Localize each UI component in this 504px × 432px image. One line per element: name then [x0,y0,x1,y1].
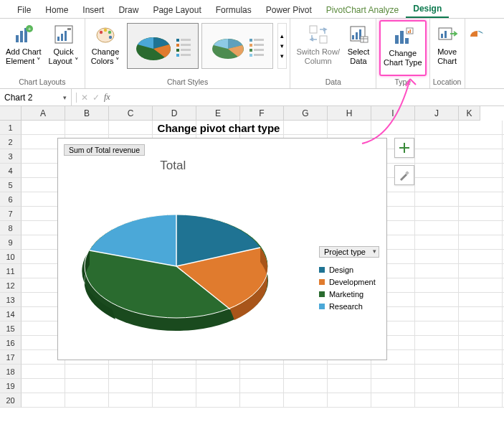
col-header[interactable]: B [65,106,109,121]
row-header[interactable]: 16 [0,336,22,350]
chart-elements-button[interactable] [394,138,414,158]
add-chart-element-button[interactable]: + Add Chart Element ˅ [3,20,44,76]
svg-rect-34 [320,36,327,43]
tab-file[interactable]: File [10,2,38,18]
tab-draw[interactable]: Draw [111,2,146,18]
page-title: Change pivot chart type [65,122,373,134]
legend-item: Research [319,302,379,311]
col-header[interactable]: A [22,106,65,121]
row-header[interactable]: 4 [0,164,22,178]
cancel-formula-icon[interactable]: ✕ [81,93,88,103]
move-chart-button[interactable]: Move Chart [433,20,462,76]
svg-rect-30 [254,44,264,46]
row-header[interactable]: 8 [0,221,22,235]
row-header[interactable]: 2 [0,135,22,149]
svg-rect-44 [405,38,409,44]
svg-rect-31 [254,49,264,51]
svg-rect-21 [181,44,191,46]
row-header[interactable]: 19 [0,379,22,393]
chart-field-badge[interactable]: Sum of Total revenue [64,144,145,156]
svg-rect-26 [249,44,252,47]
chart-style-gallery[interactable] [124,20,276,72]
formula-input[interactable] [115,89,504,105]
chevron-down-icon[interactable]: ▾ [63,94,67,101]
svg-rect-39 [361,37,368,42]
svg-point-11 [100,31,103,34]
svg-point-14 [109,36,112,39]
select-data-icon [347,23,370,46]
svg-rect-22 [181,49,191,51]
legend-item: Development [319,278,379,286]
row-header[interactable]: 13 [0,293,22,307]
style-gallery-scroll[interactable]: ▴ ▾ ▾ [277,23,287,69]
col-header[interactable]: C [109,106,153,121]
row-header[interactable]: 3 [0,149,22,164]
svg-rect-6 [57,37,60,41]
svg-rect-49 [441,34,443,38]
col-header[interactable]: F [240,106,284,121]
row-header[interactable]: 1 [0,121,22,135]
row-header[interactable]: 7 [0,207,22,221]
row-header[interactable]: 9 [0,235,22,250]
row-header[interactable]: 15 [0,321,22,336]
gallery-more-icon[interactable]: ▾ [278,51,286,61]
chart-title[interactable]: Total [58,159,288,173]
quick-layout-button[interactable]: Quick Layout ˅ [46,20,82,76]
row-header[interactable]: 11 [0,264,22,278]
col-header[interactable]: J [415,106,459,121]
svg-rect-17 [176,44,179,47]
cell-grid[interactable]: Change pivot chart type Sum of Total rev… [22,121,504,408]
select-all-corner[interactable] [0,106,22,121]
legend-title[interactable]: Project type [319,246,379,258]
tab-page-layout[interactable]: Page Layout [146,2,208,18]
change-chart-type-icon [391,24,414,47]
chevron-up-icon[interactable]: ▴ [278,31,286,41]
col-header[interactable]: H [328,106,371,121]
group-data: Switch Row/ Column Select Data Data [290,19,376,88]
change-chart-type-button[interactable]: Change Chart Type [379,20,427,76]
col-header[interactable]: E [196,106,240,121]
row-header[interactable]: 10 [0,250,22,264]
tab-power-pivot[interactable]: Power Pivot [259,2,319,18]
switch-row-column-button[interactable]: Switch Row/ Column [293,20,343,76]
fx-icon[interactable]: fx [104,92,110,103]
change-colors-button[interactable]: Change Colors ˅ [88,20,123,76]
svg-rect-7 [61,34,63,41]
row-header[interactable]: 17 [0,350,22,365]
name-box[interactable]: Chart 2 ▾ [0,89,72,105]
chart-legend[interactable]: Project type Design Development Marketin… [319,246,379,314]
pivot-chart[interactable]: Sum of Total revenue Total [57,138,387,360]
pie-icon [469,23,483,46]
svg-rect-16 [176,39,179,42]
row-header[interactable]: 18 [0,365,22,379]
row-header[interactable]: 6 [0,192,22,207]
ribbon-tabs: File Home Insert Draw Page Layout Formul… [0,0,504,19]
tab-design[interactable]: Design [406,1,449,18]
chevron-down-icon[interactable]: ▾ [278,41,286,51]
pie-chart[interactable] [72,182,280,347]
tab-formulas[interactable]: Formulas [209,2,259,18]
chart-style-1[interactable] [127,23,199,69]
svg-rect-9 [67,28,71,30]
row-header[interactable]: 12 [0,278,22,293]
worksheet: A B C D E F G H I J K 1 2 3 4 5 6 7 8 9 … [0,106,504,408]
group-overflow [465,19,487,88]
tab-home[interactable]: Home [38,2,75,18]
select-data-button[interactable]: Select Data [344,20,373,76]
confirm-formula-icon[interactable]: ✓ [92,93,100,103]
svg-rect-27 [249,49,252,52]
tab-insert[interactable]: Insert [75,2,111,18]
tab-pivotchart-analyze[interactable]: PivotChart Analyze [319,2,406,18]
chart-style-2[interactable] [201,23,273,69]
row-header[interactable]: 14 [0,307,22,321]
col-header[interactable]: K [459,106,480,121]
col-header[interactable]: G [284,106,328,121]
row-header[interactable]: 5 [0,178,22,192]
overflow-button[interactable] [468,20,484,76]
svg-rect-20 [181,39,191,41]
col-header[interactable]: D [153,106,196,121]
row-header[interactable]: 20 [0,393,22,408]
col-header[interactable]: I [371,106,415,121]
chart-styles-button[interactable] [394,165,414,185]
svg-rect-8 [65,31,67,41]
